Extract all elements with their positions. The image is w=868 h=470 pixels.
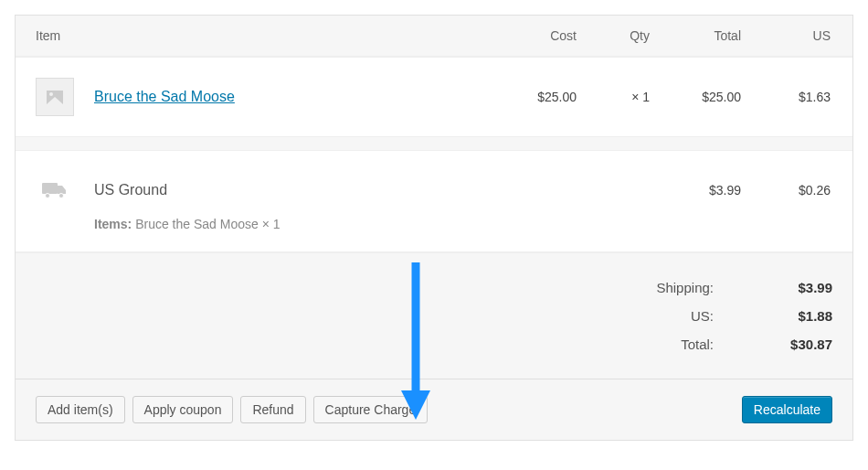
line-tax: $1.63	[741, 90, 832, 104]
line-total: $25.00	[650, 90, 741, 104]
product-thumbnail[interactable]	[36, 78, 74, 116]
svg-rect-0	[42, 183, 58, 194]
table-header: Item Cost Qty Total US	[16, 16, 852, 57]
header-qty: Qty	[577, 28, 650, 43]
shipping-tax: $0.26	[741, 183, 832, 198]
totals-tax-value: $1.88	[741, 308, 832, 324]
order-items-panel: Item Cost Qty Total US Bruce the Sad Moo…	[15, 15, 853, 441]
totals-shipping-value: $3.99	[741, 280, 832, 295]
footer-actions: Add item(s) Apply coupon Refund Capture …	[16, 379, 852, 440]
apply-coupon-button[interactable]: Apply coupon	[132, 396, 234, 423]
shipping-method: US Ground	[94, 182, 167, 198]
refund-button[interactable]: Refund	[240, 396, 305, 423]
line-item-row: Bruce the Sad Moose $25.00 × 1 $25.00 $1…	[16, 57, 852, 137]
add-items-button[interactable]: Add item(s)	[36, 396, 125, 423]
image-placeholder-icon	[47, 91, 63, 104]
totals-row-shipping: Shipping: $3.99	[36, 273, 832, 302]
shipping-items-line: Items: Bruce the Sad Moose × 1	[94, 217, 832, 231]
totals-section: Shipping: $3.99 US: $1.88 Total: $30.87	[16, 252, 852, 379]
totals-total-label: Total:	[622, 336, 714, 352]
product-link[interactable]: Bruce the Sad Moose	[94, 89, 235, 104]
totals-row-tax: US: $1.88	[36, 302, 832, 330]
svg-point-2	[59, 194, 64, 198]
totals-tax-label: US:	[622, 308, 714, 324]
totals-shipping-label: Shipping:	[622, 280, 714, 295]
line-cost: $25.00	[485, 90, 577, 104]
header-cost: Cost	[485, 28, 577, 43]
shipping-items-text: Bruce the Sad Moose × 1	[135, 217, 280, 231]
line-qty: × 1	[577, 90, 650, 104]
shipping-row: US Ground $3.99 $0.26 Items: Bruce the S…	[16, 150, 852, 252]
totals-total-value: $30.87	[741, 336, 832, 352]
totals-row-total: Total: $30.87	[36, 330, 832, 358]
header-item: Item	[36, 28, 485, 43]
capture-charge-button[interactable]: Capture Charge	[313, 396, 429, 423]
shipping-total: $3.99	[650, 183, 741, 198]
shipping-items-prefix: Items:	[94, 217, 132, 231]
header-tax: US	[741, 28, 832, 43]
recalculate-button[interactable]: Recalculate	[742, 396, 832, 423]
svg-point-1	[46, 194, 50, 198]
header-total: Total	[650, 28, 741, 43]
truck-icon	[36, 171, 74, 209]
